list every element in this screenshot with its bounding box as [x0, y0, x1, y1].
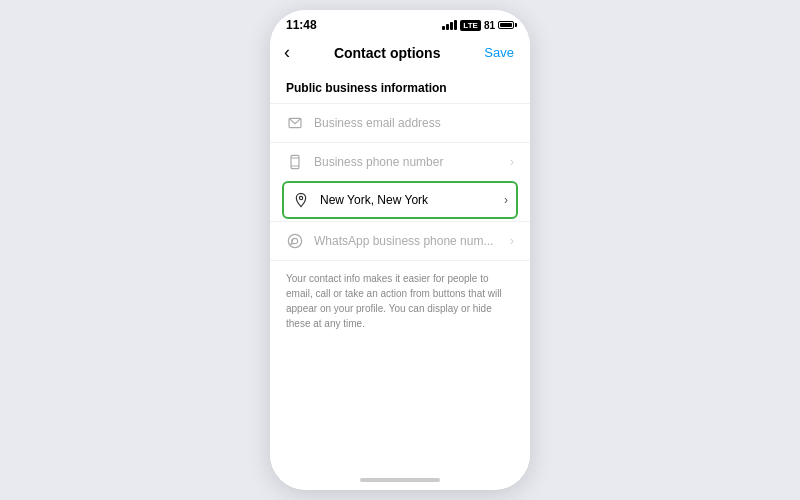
nav-bar: ‹ Contact options Save: [270, 36, 530, 69]
back-button[interactable]: ‹: [284, 42, 290, 63]
helper-text: Your contact info makes it easier for pe…: [270, 261, 530, 341]
svg-rect-1: [291, 155, 299, 168]
home-bar: [360, 478, 440, 482]
battery-icon: [498, 21, 514, 29]
svg-point-4: [299, 196, 302, 199]
email-field[interactable]: Business email address: [270, 103, 530, 142]
whatsapp-placeholder: WhatsApp business phone num...: [314, 234, 500, 248]
status-time: 11:48: [286, 18, 317, 32]
signal-icon: [442, 20, 457, 30]
phone-field[interactable]: Business phone number ›: [270, 142, 530, 181]
phone-placeholder: Business phone number: [314, 155, 500, 169]
email-placeholder: Business email address: [314, 116, 514, 130]
page-title: Contact options: [334, 45, 441, 61]
phone-icon: [286, 153, 304, 171]
battery-percent: 81: [484, 20, 495, 31]
lte-badge: LTE: [460, 20, 481, 31]
whatsapp-field[interactable]: WhatsApp business phone num... ›: [270, 221, 530, 261]
phone-frame: 11:48 LTE 81 ‹ Contact options Save Publ…: [270, 10, 530, 490]
location-value: New York, New York: [320, 193, 494, 207]
location-icon: [292, 191, 310, 209]
home-indicator: [270, 472, 530, 490]
email-icon: [286, 114, 304, 132]
whatsapp-icon: [286, 232, 304, 250]
svg-point-5: [288, 234, 301, 247]
whatsapp-chevron: ›: [510, 234, 514, 248]
section-title: Public business information: [270, 69, 530, 103]
status-bar: 11:48 LTE 81: [270, 10, 530, 36]
location-field[interactable]: New York, New York ›: [282, 181, 518, 219]
status-icons: LTE 81: [442, 20, 514, 31]
save-button[interactable]: Save: [484, 45, 514, 60]
location-chevron: ›: [504, 193, 508, 207]
content-area: Public business information Business ema…: [270, 69, 530, 472]
phone-chevron: ›: [510, 155, 514, 169]
